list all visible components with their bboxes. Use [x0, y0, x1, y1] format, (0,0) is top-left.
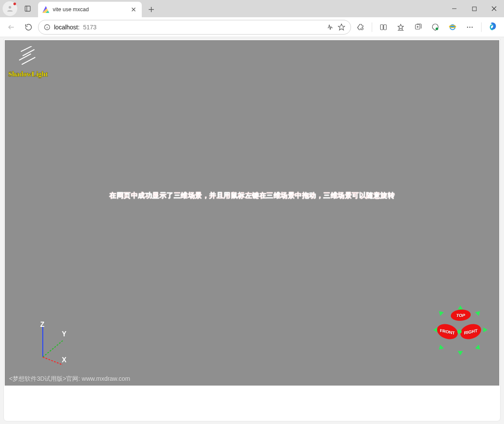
collections-icon [414, 23, 422, 31]
minimize-icon [452, 6, 457, 11]
close-icon [131, 7, 136, 12]
tab-actions-button[interactable] [20, 1, 35, 16]
svg-line-32 [22, 57, 35, 64]
person-icon [6, 5, 14, 13]
watermark-text: <梦想软件3D试用版>官网: www.mxdraw.com [9, 375, 130, 383]
svg-point-27 [469, 26, 471, 28]
close-icon [491, 6, 497, 11]
new-tab-button[interactable] [144, 3, 158, 16]
svg-line-34 [43, 341, 63, 357]
svg-marker-18 [398, 24, 404, 29]
performance-icon [431, 23, 439, 31]
svg-marker-15 [338, 24, 345, 30]
view-cube-arrow-se[interactable] [475, 345, 482, 351]
read-aloud-button[interactable] [326, 23, 334, 31]
address-port: 5173 [83, 24, 96, 31]
shadowlight-label[interactable]: ShadowLight [8, 70, 48, 78]
arrow-left-icon [7, 23, 15, 31]
svg-rect-8 [472, 7, 476, 11]
ie-mode-button[interactable] [445, 19, 460, 35]
view-cube-front[interactable]: FRONT [437, 323, 458, 341]
extensions-icon [357, 23, 364, 31]
svg-line-35 [43, 357, 63, 365]
view-cube-arrow-ne[interactable] [475, 309, 482, 316]
view-cube-right[interactable]: RIGHT [460, 323, 481, 341]
favorites-button[interactable] [393, 19, 408, 35]
workspaces-icon [24, 5, 31, 12]
axis-z-label: Z [40, 321, 45, 329]
nav-back-button[interactable] [3, 19, 19, 35]
window-controls [444, 0, 504, 17]
extensions-button[interactable] [353, 19, 368, 35]
shadowlight-glyph-icon [17, 46, 43, 67]
toolbar-separator [481, 22, 482, 32]
axis-gizmo-icon [35, 323, 78, 367]
more-button[interactable] [462, 19, 478, 35]
address-host: localhost: [54, 24, 80, 31]
more-icon [466, 23, 474, 31]
svg-point-28 [472, 26, 473, 28]
maximize-button[interactable] [464, 0, 484, 17]
browser-essentials-button[interactable] [427, 19, 443, 35]
plus-icon [148, 6, 154, 13]
window-close-button[interactable] [484, 0, 504, 17]
copilot-icon [488, 22, 498, 32]
axis-y-label: Y [62, 330, 67, 338]
collections-button[interactable] [410, 19, 426, 35]
scene-annotation: 在网页中成功显示了三维场景，并且用鼠标左键在三维场景中拖动，三维场景可以随意旋转 [5, 191, 499, 200]
view-cube-arrow-s[interactable] [458, 351, 463, 355]
profile-button[interactable] [3, 1, 17, 16]
toolbar-separator [372, 22, 372, 32]
favorites-icon [397, 23, 405, 31]
copilot-button[interactable] [485, 19, 501, 35]
view-cube[interactable]: TOP FRONT RIGHT [434, 308, 486, 360]
tab-title: vite use mxcad [53, 6, 89, 13]
axis-x-label: X [62, 356, 67, 364]
svg-rect-17 [384, 25, 386, 30]
read-aloud-icon [326, 23, 334, 31]
view-cube-arrow-nw[interactable] [437, 309, 444, 316]
three-d-viewport[interactable]: ShadowLight 在网页中成功显示了三维场景，并且用鼠标左键在三维场景中拖… [5, 40, 499, 386]
favorite-button[interactable] [338, 23, 345, 31]
minimize-button[interactable] [444, 0, 464, 17]
svg-rect-16 [380, 25, 383, 30]
ie-icon [449, 23, 456, 31]
browser-tab[interactable]: vite use mxcad [38, 2, 142, 17]
address-bar[interactable]: localhost:5173 [38, 20, 351, 35]
vite-favicon-icon [42, 6, 49, 13]
axis-gizmo[interactable]: Z Y X [35, 323, 78, 367]
page-content: ShadowLight 在网页中成功显示了三维场景，并且用鼠标左键在三维场景中拖… [3, 39, 501, 421]
star-icon [338, 23, 345, 31]
view-cube-center[interactable] [457, 329, 462, 334]
svg-point-0 [9, 6, 11, 9]
view-cube-arrow-e[interactable] [483, 327, 488, 332]
split-screen-icon [380, 23, 387, 31]
site-info-icon [44, 24, 51, 31]
view-cube-arrow-sw[interactable] [437, 345, 444, 351]
svg-point-23 [436, 27, 438, 30]
titlebar: vite use mxcad [0, 0, 504, 17]
nav-refresh-button[interactable] [21, 19, 36, 35]
split-screen-button[interactable] [376, 19, 391, 35]
view-cube-arrow-n[interactable] [458, 305, 463, 310]
svg-line-29 [21, 46, 32, 51]
svg-point-26 [467, 26, 468, 28]
browser-toolbar: localhost:5173 [0, 17, 504, 37]
refresh-icon [25, 23, 32, 31]
maximize-icon [472, 6, 477, 11]
svg-rect-1 [25, 6, 30, 11]
tab-close-button[interactable] [130, 6, 137, 13]
view-cube-top[interactable]: TOP [450, 310, 472, 321]
